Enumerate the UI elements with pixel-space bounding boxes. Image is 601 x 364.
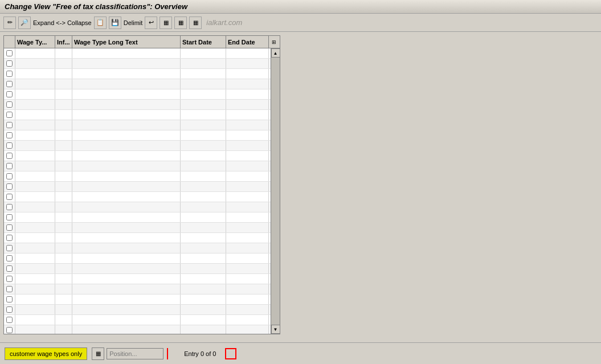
table-row (4, 243, 271, 253)
toolbar-btn-grid2[interactable]: ▦ (174, 17, 187, 29)
row-checkbox-1[interactable] (4, 59, 15, 68)
customer-wage-types-btn[interactable]: customer wage types only (5, 347, 87, 360)
cell-inf-8 (55, 130, 72, 140)
cell-wage-type-10 (15, 151, 55, 161)
row-checkbox-27[interactable] (4, 325, 15, 334)
row-checkbox-22[interactable] (4, 274, 15, 284)
row-checkbox-21[interactable] (4, 264, 15, 273)
cell-end-date-9 (226, 141, 269, 150)
cell-start-date-23 (181, 284, 226, 294)
row-checkbox-3[interactable] (4, 79, 15, 89)
expand-collapse-label[interactable]: Expand <-> Collapse (33, 19, 92, 26)
cell-start-date-17 (181, 223, 226, 232)
row-checkbox-9[interactable] (4, 141, 15, 150)
row-checkbox-7[interactable] (4, 120, 15, 130)
col-header-inf: Inf... (55, 36, 72, 48)
toolbar-btn-undo[interactable]: ↩ (145, 17, 157, 29)
delimit-label[interactable]: Delimit (124, 19, 143, 26)
cell-inf-19 (55, 243, 72, 253)
table-row (4, 69, 271, 79)
table-row (4, 253, 271, 264)
cell-long-text-8 (72, 130, 181, 140)
table-row (4, 59, 271, 69)
table-row (4, 171, 271, 182)
toolbar-btn-find[interactable]: 🔎 (18, 17, 31, 29)
cell-wage-type-24 (15, 295, 55, 304)
toolbar-btn-save[interactable]: 💾 (109, 17, 121, 29)
cell-long-text-27 (72, 325, 181, 334)
cell-inf-5 (55, 100, 72, 109)
row-checkbox-6[interactable] (4, 110, 15, 120)
row-checkbox-20[interactable] (4, 253, 15, 263)
table-scroll-area: ▲ ▼ (4, 48, 280, 334)
row-checkbox-24[interactable] (4, 295, 15, 304)
position-input[interactable] (107, 348, 163, 359)
grid1-icon: ▦ (163, 19, 169, 26)
row-checkbox-26[interactable] (4, 315, 15, 325)
cell-start-date-27 (181, 325, 226, 334)
row-checkbox-0[interactable] (4, 48, 15, 58)
cell-inf-11 (55, 161, 72, 171)
cell-inf-20 (55, 253, 72, 263)
table-row (4, 192, 271, 202)
row-checkbox-18[interactable] (4, 233, 15, 243)
main-content: Wage Ty... Inf... Wage Type Long Text St… (0, 32, 601, 338)
row-checkbox-13[interactable] (4, 182, 15, 191)
save-icon: 💾 (111, 19, 119, 26)
row-checkbox-11[interactable] (4, 161, 15, 171)
table-row (4, 100, 271, 110)
find-icon: 🔎 (21, 19, 28, 26)
cell-start-date-2 (181, 69, 226, 79)
position-icon-btn[interactable]: ▦ (92, 347, 104, 360)
cell-long-text-12 (72, 171, 181, 181)
cell-inf-25 (55, 305, 72, 314)
table-row (4, 161, 271, 171)
row-checkbox-4[interactable] (4, 89, 15, 99)
cell-inf-14 (55, 192, 72, 202)
cell-start-date-5 (181, 100, 226, 109)
row-checkbox-25[interactable] (4, 305, 15, 314)
row-checkbox-15[interactable] (4, 202, 15, 212)
scroll-up-btn[interactable]: ▲ (271, 48, 280, 58)
row-checkbox-10[interactable] (4, 151, 15, 161)
table-row (4, 202, 271, 212)
cell-long-text-18 (72, 233, 181, 243)
row-checkbox-16[interactable] (4, 212, 15, 222)
scrollbar-vertical[interactable]: ▲ ▼ (271, 48, 280, 334)
row-checkbox-12[interactable] (4, 171, 15, 181)
row-checkbox-23[interactable] (4, 284, 15, 294)
toolbar-btn-copy[interactable]: 📋 (94, 17, 107, 29)
col-header-wage-type: Wage Ty... (15, 36, 55, 48)
toolbar-btn-grid1[interactable]: ▦ (160, 17, 172, 29)
row-checkbox-2[interactable] (4, 69, 15, 79)
row-checkbox-17[interactable] (4, 223, 15, 232)
col-settings-btn[interactable]: ⊞ (269, 36, 279, 48)
cell-inf-16 (55, 212, 72, 222)
cell-inf-22 (55, 274, 72, 284)
cell-end-date-8 (226, 130, 269, 140)
row-checkbox-8[interactable] (4, 130, 15, 140)
row-checkbox-5[interactable] (4, 100, 15, 109)
cell-end-date-27 (226, 325, 269, 334)
cell-end-date-24 (226, 295, 269, 304)
toolbar-btn-edit[interactable]: ✏ (3, 17, 16, 29)
page-title: Change View "Free of tax classifications… (5, 2, 187, 11)
cell-inf-18 (55, 233, 72, 243)
position-table-icon: ▦ (96, 350, 101, 357)
table-row (4, 89, 271, 100)
cell-start-date-9 (181, 141, 226, 150)
cell-inf-6 (55, 110, 72, 120)
cell-long-text-15 (72, 202, 181, 212)
cell-start-date-6 (181, 110, 226, 120)
scroll-down-btn[interactable]: ▼ (271, 325, 280, 334)
cell-inf-24 (55, 295, 72, 304)
table-row (4, 110, 271, 120)
grid2-icon: ▦ (178, 19, 183, 26)
cell-end-date-6 (226, 110, 269, 120)
cell-wage-type-11 (15, 161, 55, 171)
cell-long-text-14 (72, 192, 181, 202)
row-checkbox-14[interactable] (4, 192, 15, 202)
row-checkbox-19[interactable] (4, 243, 15, 253)
toolbar-btn-grid3[interactable]: ▦ (189, 17, 202, 29)
cell-long-text-13 (72, 182, 181, 191)
